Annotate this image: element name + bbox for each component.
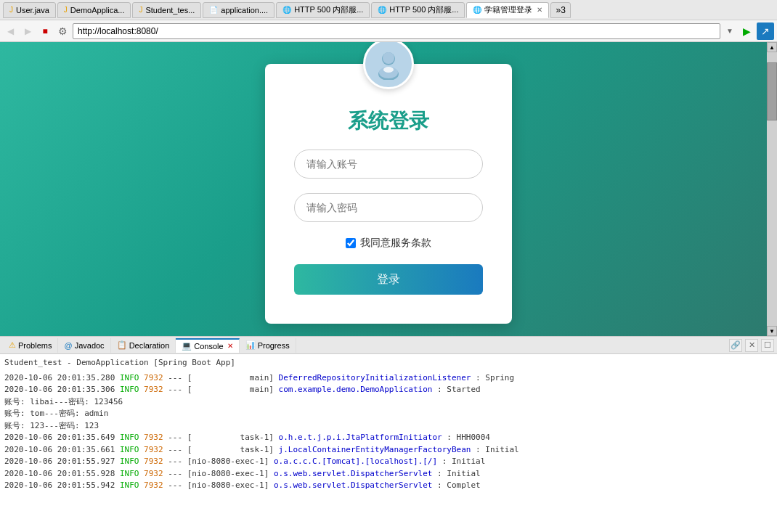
address-bar: ◀ ▶ ■ ⚙ ▼ ▶ ↗	[0, 20, 777, 42]
tab-student-mgmt[interactable]: 🌐 学籍管理登录 ✕	[466, 2, 549, 18]
run-button[interactable]: ▶	[739, 24, 754, 38]
console-close-icon[interactable]: ✕	[227, 342, 233, 350]
tab-http-500-2[interactable]: 🌐 HTTP 500 内部服...	[371, 2, 465, 18]
tab-javadoc[interactable]: @ Javadoc	[58, 338, 110, 353]
address-input[interactable]	[73, 23, 720, 39]
scrollbar-thumb[interactable]	[767, 62, 777, 120]
log-line: 账号: tom---密码: admin	[4, 408, 773, 420]
tab-console[interactable]: 💻 Console ✕	[176, 338, 239, 353]
log-line: 账号: 123---密码: 123	[4, 420, 773, 433]
svg-point-4	[383, 67, 394, 73]
panel-maximize-button[interactable]: ☐	[761, 339, 774, 352]
warning-icon: ⚠	[9, 340, 16, 350]
svg-point-2	[383, 52, 394, 64]
bottom-panel: ⚠ Problems @ Javadoc 📋 Declaration 💻 Con…	[0, 336, 777, 532]
panel-actions: 🔗 ✕ ☐	[729, 339, 774, 352]
tab-bar: J User.java J DemoApplica... J Student_t…	[0, 0, 777, 20]
log-line: 2020-10-06 20:01:35.280 INFO 7932 --- [ …	[4, 372, 773, 385]
globe-icon: 🌐	[378, 6, 386, 14]
username-input[interactable]	[294, 150, 483, 179]
panel-minimize-button[interactable]: ✕	[745, 339, 758, 352]
java-icon: J	[9, 6, 13, 14]
globe-icon: 🌐	[282, 6, 291, 14]
log-line: 2020-10-06 20:01:35.649 INFO 7932 --- [ …	[4, 432, 773, 444]
terms-checkbox[interactable]	[346, 238, 356, 248]
console-output: Student_test - DemoApplication [Spring B…	[0, 354, 777, 532]
log-line: 2020-10-06 20:01:55.928 INFO 7932 --- [ …	[4, 468, 773, 480]
back-button[interactable]: ◀	[3, 24, 17, 38]
java-icon: J	[64, 6, 68, 14]
file-icon: 📄	[209, 6, 218, 14]
avatar-icon	[373, 48, 404, 80]
scrollbar: ▲ ▼	[767, 42, 777, 336]
terms-row: 我同意服务条款	[346, 237, 431, 250]
globe-icon: 🌐	[473, 6, 481, 14]
scroll-down-button[interactable]: ▼	[767, 326, 777, 336]
javadoc-icon: @	[64, 341, 72, 350]
tab-close-button[interactable]: ✕	[537, 6, 542, 14]
log-line: 2020-10-06 20:01:35.661 INFO 7932 --- [ …	[4, 444, 773, 457]
panel-link-button[interactable]: 🔗	[729, 339, 742, 352]
forward-button[interactable]: ▶	[20, 24, 35, 38]
scroll-up-button[interactable]: ▲	[767, 42, 777, 52]
declaration-icon: 📋	[117, 340, 127, 350]
login-button[interactable]: 登录	[294, 264, 483, 295]
login-card: 系统登录 我同意服务条款 登录	[265, 64, 512, 324]
log-line: 2020-10-06 20:01:55.942 INFO 7932 --- [ …	[4, 480, 773, 492]
tab-demo-application[interactable]: J DemoApplica...	[57, 2, 131, 18]
java-icon: J	[139, 6, 142, 14]
login-title: 系统登录	[348, 107, 429, 135]
stop-button[interactable]: ■	[38, 24, 52, 38]
browser-area: 系统登录 我同意服务条款 登录 ▲ ▼	[0, 42, 777, 336]
address-dropdown-button[interactable]: ▼	[723, 27, 736, 35]
terms-label: 我同意服务条款	[360, 237, 431, 250]
log-line: 2020-10-06 20:01:55.927 INFO 7932 --- [ …	[4, 456, 773, 468]
tab-more-button[interactable]: »3	[550, 2, 570, 18]
console-header: Student_test - DemoApplication [Spring B…	[4, 357, 773, 369]
refresh-button[interactable]: ⚙	[55, 24, 70, 38]
panel-tab-strip: ⚠ Problems @ Javadoc 📋 Declaration 💻 Con…	[0, 337, 777, 354]
tab-user-java[interactable]: J User.java	[3, 2, 56, 18]
tab-student-test[interactable]: J Student_tes...	[132, 2, 201, 18]
tab-progress[interactable]: 📊 Progress	[240, 338, 296, 353]
tab-problems[interactable]: ⚠ Problems	[3, 338, 58, 353]
tab-application-props[interactable]: 📄 application....	[203, 2, 274, 18]
password-input[interactable]	[294, 193, 483, 222]
avatar	[363, 42, 414, 89]
extension-button[interactable]: ↗	[757, 22, 774, 40]
progress-icon: 📊	[245, 340, 256, 350]
console-icon: 💻	[182, 341, 192, 351]
log-line: 2020-10-06 20:01:35.306 INFO 7932 --- [ …	[4, 384, 773, 396]
tab-http-500-1[interactable]: 🌐 HTTP 500 内部服...	[276, 2, 370, 18]
log-line: 账号: libai---密码: 123456	[4, 396, 773, 409]
tab-declaration[interactable]: 📋 Declaration	[111, 338, 176, 353]
